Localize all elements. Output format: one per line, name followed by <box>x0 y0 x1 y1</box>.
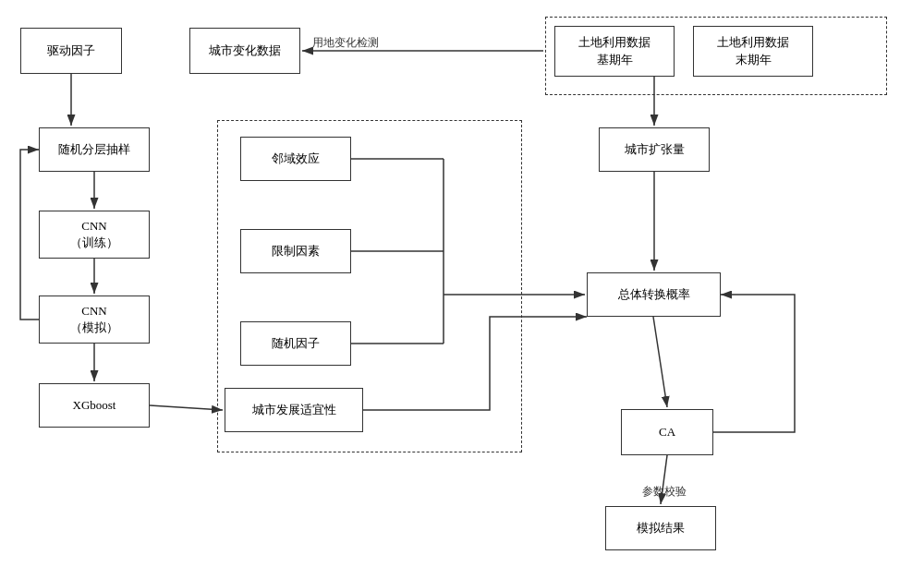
box-ca: CA <box>621 409 713 455</box>
diagram: 驱动因子 城市变化数据 土地利用数据 基期年 土地利用数据 末期年 随机分层抽样… <box>0 0 924 579</box>
box-random-sampling: 随机分层抽样 <box>39 127 150 172</box>
label-param-verify: 参数校验 <box>642 484 687 500</box>
box-urban-suitability: 城市发展适宜性 <box>225 388 363 432</box>
box-overall-prob: 总体转换概率 <box>587 272 721 317</box>
land-use-base-label: 土地利用数据 基期年 <box>578 34 650 67</box>
svg-line-15 <box>653 317 667 407</box>
cnn-sim-label: CNN （模拟） <box>70 303 118 336</box>
box-cnn-simulate: CNN （模拟） <box>39 296 150 344</box>
box-urban-change-data: 城市变化数据 <box>189 28 300 74</box>
label-land-change: 用地变化检测 <box>312 35 379 51</box>
land-use-end-label: 土地利用数据 末期年 <box>717 34 789 67</box>
box-random-factor: 随机因子 <box>240 321 351 366</box>
box-xgboost: XGboost <box>39 383 150 428</box>
box-sim-result: 模拟结果 <box>605 506 716 550</box>
box-urban-expansion: 城市扩张量 <box>599 127 710 172</box>
box-cnn-train: CNN （训练） <box>39 211 150 259</box>
svg-line-6 <box>150 405 223 410</box>
box-land-use-end: 土地利用数据 末期年 <box>693 26 813 77</box>
box-neighbor: 邻域效应 <box>240 137 351 181</box>
box-limit: 限制因素 <box>240 229 351 273</box>
box-driving-factors: 驱动因子 <box>20 28 122 74</box>
cnn-train-label: CNN （训练） <box>70 218 118 251</box>
box-land-use-base: 土地利用数据 基期年 <box>554 26 675 77</box>
